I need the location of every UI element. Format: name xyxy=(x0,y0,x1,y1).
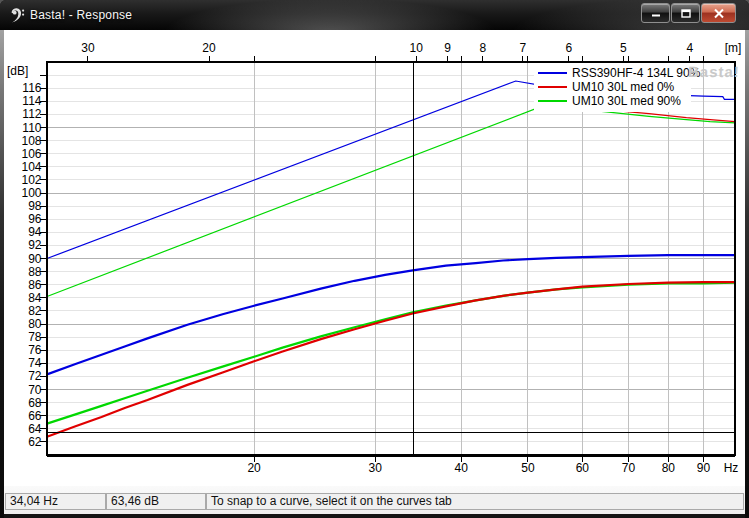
y-tick-label: 70 xyxy=(28,383,42,397)
y-tick-label: 74 xyxy=(28,356,42,370)
window-border-left xyxy=(0,30,4,518)
y-tick-label: 72 xyxy=(28,369,42,383)
y-tick-label: 90 xyxy=(28,252,42,266)
window-border-right xyxy=(745,30,749,518)
maximize-button[interactable] xyxy=(671,3,700,23)
minimize-icon xyxy=(650,8,662,18)
y-tick-label: 82 xyxy=(28,304,42,318)
top-tick-label: 9 xyxy=(444,41,451,55)
status-frequency: 34,04 Hz xyxy=(5,493,106,510)
top-tick-label: 7 xyxy=(519,41,526,55)
status-hint: To snap to a curve, select it on the cur… xyxy=(206,493,744,510)
x-axis-unit-label: Hz xyxy=(724,461,739,475)
x-tick-label: 40 xyxy=(455,461,469,475)
y-tick-label: 100 xyxy=(21,186,41,200)
y-tick-label: 98 xyxy=(28,199,42,213)
legend-label: UM10 30L med 90% xyxy=(572,94,681,108)
legend-line-swatch-blue xyxy=(538,72,567,74)
y-tick-label: 110 xyxy=(22,121,41,135)
y-tick-label: 112 xyxy=(22,107,41,121)
status-bar: 34,04 Hz 63,46 dB To snap to a curve, se… xyxy=(4,486,745,514)
window-title: Basta! - Response xyxy=(30,8,132,22)
chart-client-area: 6264666870727476788082848688909294969810… xyxy=(4,30,745,486)
maximize-icon xyxy=(680,8,692,19)
y-tick-label: 88 xyxy=(28,265,42,279)
x-tick-label: 90 xyxy=(697,461,711,475)
y-tick-label: 108 xyxy=(21,134,41,148)
top-tick-label: 6 xyxy=(565,41,572,55)
y-tick-label: 104 xyxy=(21,160,41,174)
x-tick-label: 60 xyxy=(576,461,590,475)
legend-entry-um10-0: UM10 30L med 0% xyxy=(534,80,691,94)
status-level: 63,46 dB xyxy=(106,493,206,510)
bass-clef-glyph xyxy=(9,6,25,24)
y-tick-label: 68 xyxy=(28,396,42,410)
legend-line-swatch-green xyxy=(538,100,567,102)
legend-entry-rss390hf: RSS390HF-4 134L 90% xyxy=(534,66,691,80)
y-tick-label: 76 xyxy=(28,343,42,357)
legend-label: UM10 30L med 0% xyxy=(572,80,674,94)
y-tick-label: 80 xyxy=(28,317,42,331)
y-tick-label: 86 xyxy=(28,278,42,292)
top-tick-label: 10 xyxy=(409,41,423,55)
y-tick-label: 92 xyxy=(28,238,42,252)
top-axis-unit-label: [m] xyxy=(725,41,742,55)
legend-line-swatch-red xyxy=(538,86,567,88)
chart-legend: RSS390HF-4 134L 90% UM10 30L med 0% UM10… xyxy=(534,63,691,112)
top-tick-label: 30 xyxy=(81,41,95,55)
y-tick-label: 62 xyxy=(28,435,42,449)
x-tick-label: 20 xyxy=(247,461,261,475)
y-tick-label: 106 xyxy=(21,147,41,161)
y-tick-label: 78 xyxy=(28,330,42,344)
bass-clef-app-icon xyxy=(9,6,25,24)
y-axis-unit-label: [dB] xyxy=(7,64,28,78)
top-tick-label: 4 xyxy=(687,41,694,55)
close-icon xyxy=(713,8,725,19)
legend-entry-um10-90: UM10 30L med 90% xyxy=(534,94,691,108)
basta-watermark: Basta! xyxy=(688,63,741,80)
top-tick-label: 8 xyxy=(479,41,486,55)
top-tick-label: 5 xyxy=(620,41,627,55)
curve-rss390hf-response xyxy=(47,255,735,374)
window-controls xyxy=(640,3,736,23)
curve-um10-90-max-spl-thin xyxy=(47,107,735,296)
minimize-button[interactable] xyxy=(641,3,670,23)
x-tick-label: 30 xyxy=(369,461,383,475)
y-tick-label: 114 xyxy=(22,94,41,108)
x-tick-label: 80 xyxy=(662,461,676,475)
y-tick-label: 102 xyxy=(21,173,41,187)
y-tick-label: 116 xyxy=(22,81,41,95)
y-tick-label: 96 xyxy=(28,212,42,226)
y-tick-label: 64 xyxy=(28,422,42,436)
close-button[interactable] xyxy=(701,3,736,23)
y-tick-label: 66 xyxy=(28,409,42,423)
y-tick-label: 84 xyxy=(28,291,42,305)
y-tick-label: 94 xyxy=(28,225,42,239)
top-tick-label: 20 xyxy=(202,41,216,55)
legend-label: RSS390HF-4 134L 90% xyxy=(572,66,700,80)
titlebar[interactable]: Basta! - Response xyxy=(0,0,749,30)
curve-um10-0-response xyxy=(47,282,735,437)
basta-window: Basta! - Response 6264666870 xyxy=(0,0,749,518)
x-tick-label: 50 xyxy=(521,461,535,475)
x-tick-label: 70 xyxy=(622,461,636,475)
